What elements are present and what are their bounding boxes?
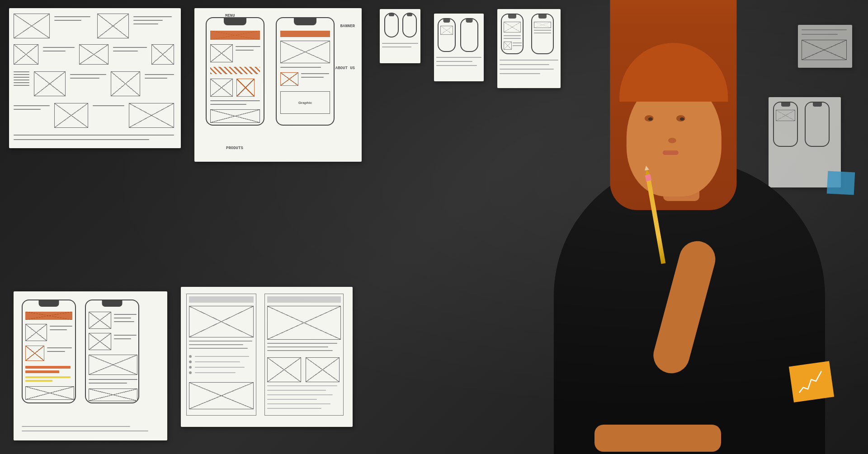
paper-bottom-center (181, 287, 353, 427)
paper-bottom-left (14, 291, 167, 440)
sticky-note (789, 361, 834, 403)
graphic-label: Graphic (298, 101, 312, 105)
paper-top-center: MENU Graphic BANNER ABOUT US (194, 8, 362, 162)
about-label: ABOUT US (335, 66, 355, 70)
paper-top-left (9, 8, 181, 148)
main-scene: MENU Graphic BANNER ABOUT US (0, 0, 868, 454)
products-label: PRODUTS (226, 146, 243, 150)
menu-label: MENU (225, 14, 235, 18)
person-hand (594, 425, 721, 452)
banner-label: BANNER (340, 24, 355, 28)
paper-top-right-3 (380, 9, 420, 63)
